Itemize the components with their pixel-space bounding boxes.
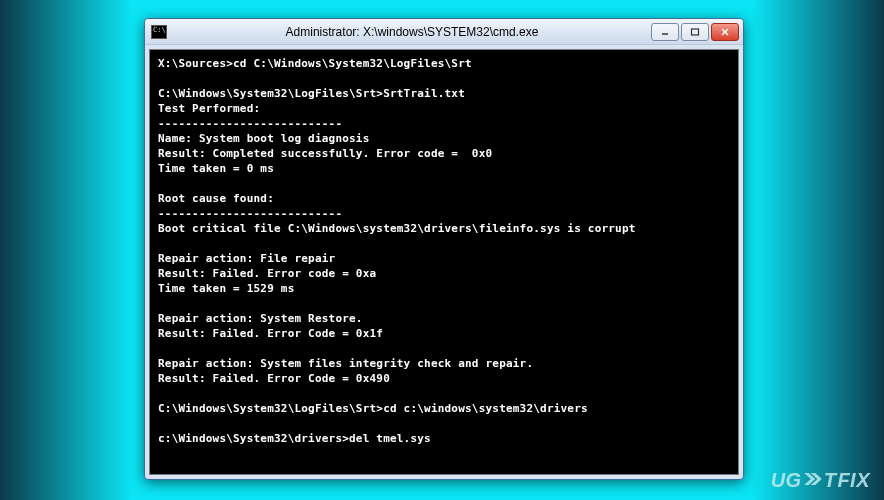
terminal-line: ---------------------------: [158, 116, 730, 131]
terminal-line: Result: Failed. Error Code = 0x1f: [158, 326, 730, 341]
terminal-line: Repair action: File repair: [158, 251, 730, 266]
watermark-arrow-icon: [802, 469, 824, 492]
terminal-line: [158, 296, 730, 311]
terminal-line: Repair action: System files integrity ch…: [158, 356, 730, 371]
terminal-line: Time taken = 0 ms: [158, 161, 730, 176]
terminal-line: [158, 176, 730, 191]
terminal-line: Root cause found:: [158, 191, 730, 206]
watermark-logo: UG T FIX: [771, 469, 870, 492]
terminal-line: Result: Completed successfully. Error co…: [158, 146, 730, 161]
watermark-mid: T: [824, 469, 837, 492]
terminal-output[interactable]: X:\Sources>cd C:\Windows\System32\LogFil…: [150, 50, 738, 474]
titlebar[interactable]: C:\ Administrator: X:\windows\SYSTEM32\c…: [145, 19, 743, 45]
close-button[interactable]: [711, 23, 739, 41]
terminal-line: Result: Failed. Error Code = 0x490: [158, 371, 730, 386]
cmd-icon: C:\: [151, 25, 167, 39]
cmd-icon-label: C:\: [153, 27, 166, 34]
window-client-area: X:\Sources>cd C:\Windows\System32\LogFil…: [149, 49, 739, 475]
terminal-line: Time taken = 1529 ms: [158, 281, 730, 296]
terminal-line: Test Performed:: [158, 101, 730, 116]
terminal-line: Name: System boot log diagnosis: [158, 131, 730, 146]
terminal-line: [158, 386, 730, 401]
terminal-line: C:\Windows\System32\LogFiles\Srt>SrtTrai…: [158, 86, 730, 101]
svg-rect-1: [692, 29, 699, 35]
maximize-button[interactable]: [681, 23, 709, 41]
terminal-line: Result: Failed. Error code = 0xa: [158, 266, 730, 281]
terminal-line: ---------------------------: [158, 206, 730, 221]
terminal-line: C:\Windows\System32\LogFiles\Srt>cd c:\w…: [158, 401, 730, 416]
terminal-line: c:\Windows\System32\drivers>del tmel.sys: [158, 431, 730, 446]
cmd-window: C:\ Administrator: X:\windows\SYSTEM32\c…: [144, 18, 744, 480]
terminal-line: Boot critical file C:\Windows\system32\d…: [158, 221, 730, 236]
minimize-button[interactable]: [651, 23, 679, 41]
terminal-line: [158, 341, 730, 356]
terminal-line: [158, 236, 730, 251]
terminal-line: Repair action: System Restore.: [158, 311, 730, 326]
watermark-pre: UG: [771, 469, 802, 492]
terminal-line: [158, 71, 730, 86]
window-controls: [651, 23, 739, 41]
terminal-line: X:\Sources>cd C:\Windows\System32\LogFil…: [158, 56, 730, 71]
watermark-post: FIX: [837, 469, 870, 492]
window-title: Administrator: X:\windows\SYSTEM32\cmd.e…: [173, 25, 651, 39]
terminal-line: [158, 416, 730, 431]
